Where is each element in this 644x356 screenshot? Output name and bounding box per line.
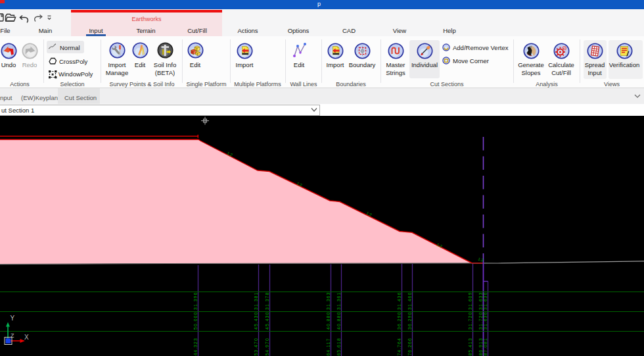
svg-text:31.720: 31.720 xyxy=(478,312,483,330)
svg-text:31.633: 31.633 xyxy=(478,292,483,310)
svg-text:36.290: 36.290 xyxy=(407,312,412,330)
svg-text:386.913: 386.913 xyxy=(478,338,483,356)
svg-text:353.470: 353.470 xyxy=(254,338,258,356)
svg-text:31.636: 31.636 xyxy=(483,292,488,310)
svg-text:31.363: 31.363 xyxy=(326,292,331,310)
svg-text:31.396: 31.396 xyxy=(193,292,198,310)
svg-text:354.970: 354.970 xyxy=(265,338,269,356)
svg-text:365.618: 365.618 xyxy=(336,338,341,356)
svg-text:40.880: 40.880 xyxy=(336,312,341,330)
svg-text:376.266: 376.266 xyxy=(407,338,412,356)
svg-text:31.361: 31.361 xyxy=(336,292,341,310)
svg-text:Z: Z xyxy=(11,332,14,339)
svg-text:31.436: 31.436 xyxy=(397,292,402,310)
svg-text:50.000: 50.000 xyxy=(193,312,198,330)
svg-text:31.636: 31.636 xyxy=(483,312,488,330)
svg-text:344.323: 344.323 xyxy=(193,338,198,356)
svg-text:31.720: 31.720 xyxy=(468,312,472,330)
svg-text:387.081: 387.081 xyxy=(483,338,488,356)
svg-text:36.290: 36.290 xyxy=(397,312,402,330)
svg-text:40.880: 40.880 xyxy=(326,312,331,330)
svg-text:31.381: 31.381 xyxy=(254,292,258,310)
svg-text:364.117: 364.117 xyxy=(326,338,331,356)
svg-text:374.764: 374.764 xyxy=(397,338,402,356)
svg-text:31.609: 31.609 xyxy=(468,292,472,310)
svg-text:Y: Y xyxy=(11,315,15,322)
svg-text:45.430: 45.430 xyxy=(265,312,269,330)
svg-text:45.430: 45.430 xyxy=(254,312,258,330)
svg-text:X: X xyxy=(24,334,29,341)
svg-text:385.413: 385.413 xyxy=(468,338,472,356)
svg-text:31.378: 31.378 xyxy=(265,292,269,310)
svg-text:31.460: 31.460 xyxy=(407,292,412,310)
